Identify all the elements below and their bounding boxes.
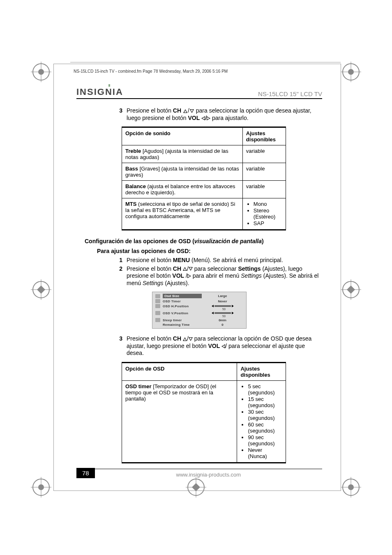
menu-icon [155,299,160,303]
crop-mark-icon [31,477,51,497]
triangle-down-icon [190,109,194,113]
step-2: 2 Presione el botón CH / para selecciona… [113,265,322,287]
menu-icon [155,311,160,315]
menu-icon [155,304,160,308]
triangle-up-icon [183,109,187,113]
step-3b: 3 Presione el botón CH / para selecciona… [113,335,322,357]
osd-options-table: Opción de OSD Ajustes disponibles OSD ti… [122,362,286,463]
triangle-down-icon [189,337,193,341]
crop-mark-icon [341,477,361,497]
table-header: Opción de OSD [122,362,237,380]
table-header: Ajustes disponibles [237,362,286,380]
osd-row-size: Osd Size Large [154,293,245,299]
brand-logo: INSIGNIA [76,87,123,97]
triangle-up-icon [183,267,187,271]
crop-mark-icon [341,62,361,82]
document-title: NS-15LCD 15" LCD TV [258,90,322,97]
step-3a: 3 Presione el botón CH / para selecciona… [113,107,322,122]
osd-row-timer: OSD Timer Never [154,299,245,304]
table-row: Treble [Agudos] (ajusta la intensidad de… [122,145,286,163]
framemaker-header: NS-15LCD 15-inch TV - combined.fm Page 7… [74,69,228,74]
table-row: OSD timer [Temporizador de OSD] (el tiem… [122,380,286,463]
table-row: MTS (selecciona el tipo de señal de soni… [122,198,286,230]
svg-marker-23 [347,286,355,294]
table-header: Ajustes disponibles [242,127,286,145]
table-header: Opción de sonido [122,127,243,145]
triangle-left-icon [201,116,205,120]
menu-icon [155,294,160,298]
header-row: INSIGNIA NS-15LCD 15" LCD TV [76,87,322,99]
table-row: Bass [Graves] (ajusta la intensidad de l… [122,163,286,181]
sound-options-table: Opción de sonido Ajustes disponibles Tre… [122,127,286,230]
svg-marker-19 [37,286,45,294]
page-frame: NS-15LCD 15-inch TV - combined.fm Page 7… [53,64,341,491]
triangle-right-icon [187,274,191,278]
osd-row-remaining: Remaining Time 0 [154,322,245,327]
triangle-up-icon [183,337,187,341]
page-number: 78 [76,468,95,478]
step-1: 1 Presione el botón MENU (Menú). Se abri… [113,257,322,264]
triangle-down-icon [189,267,193,271]
sub-heading: Para ajustar las opciones de OSD: [97,248,322,254]
footer-url: www.insignia-products.com [95,469,322,478]
menu-icon [155,318,160,322]
crop-mark-icon [31,62,51,82]
osd-row-sleep: Sleep timer 0min [154,318,245,322]
section-heading-osd: Configuración de las opciones de OSD (vi… [85,238,322,244]
crop-mark-icon [341,279,361,300]
triangle-left-icon [221,344,225,348]
osd-menu-screenshot: Osd Size Large OSD Timer Never OSD H.Pos… [152,292,247,329]
triangle-right-icon [207,116,210,120]
page-footer: 78 www.insignia-products.com [76,468,322,478]
crop-mark-icon [31,279,51,300]
table-row: Balance (ajusta el balance entre los alt… [122,181,286,198]
